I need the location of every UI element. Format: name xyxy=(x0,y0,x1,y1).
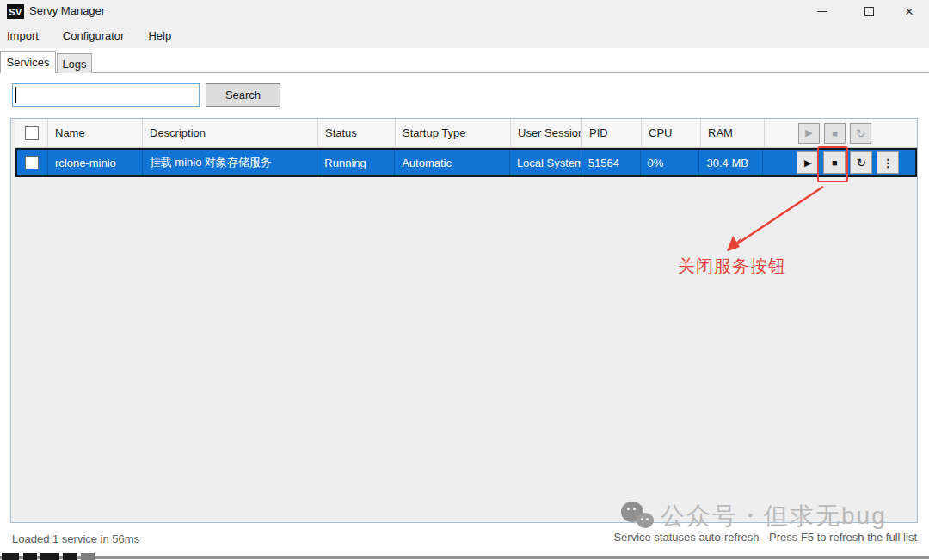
text-caret xyxy=(15,87,16,103)
table-row[interactable]: rclone-minio 挂载 minio 对象存储服务 Running Aut… xyxy=(15,148,917,177)
header-status[interactable]: Status xyxy=(318,119,396,147)
more-options-button[interactable]: ⋮ xyxy=(877,151,899,174)
minimize-button[interactable] xyxy=(803,0,842,23)
app-icon: SV xyxy=(7,4,24,19)
search-button[interactable]: Search xyxy=(206,83,280,107)
menu-import[interactable]: Import xyxy=(7,26,47,46)
select-all-cell xyxy=(15,119,48,147)
select-all-checkbox[interactable] xyxy=(25,126,39,140)
status-refresh-hint: Service statuses auto-refresh - Press F5… xyxy=(613,531,917,544)
cell-cpu: 0% xyxy=(641,150,700,175)
window-title: Servy Manager xyxy=(29,4,105,17)
cut-off-watermark xyxy=(40,553,59,560)
header-pid[interactable]: PID xyxy=(582,119,642,147)
restart-service-button[interactable]: ↻ xyxy=(850,151,872,174)
header-description[interactable]: Description xyxy=(143,119,318,147)
cell-startup-type: Automatic xyxy=(395,150,510,175)
services-grid: Name Description Status Startup Type Use… xyxy=(15,119,917,177)
tab-strip: Services Logs xyxy=(0,48,929,73)
annotation-highlight-rect xyxy=(817,146,848,182)
cell-ram: 30.4 MB xyxy=(699,150,763,175)
cut-off-watermark xyxy=(81,553,95,560)
tab-services[interactable]: Services xyxy=(0,51,56,73)
tab-logs[interactable]: Logs xyxy=(57,53,92,73)
restart-all-button[interactable]: ↻ xyxy=(850,123,871,144)
minimize-icon xyxy=(817,11,827,12)
close-button[interactable]: × xyxy=(889,0,929,23)
title-bar: SV Servy Manager × xyxy=(0,0,929,23)
annotation-label: 关闭服务按钮 xyxy=(678,255,786,278)
header-user-session[interactable]: User Session xyxy=(511,119,582,147)
header-actions: ▶ ■ ↻ xyxy=(765,119,917,147)
menu-configurator[interactable]: Configurator xyxy=(63,26,133,46)
cell-pid: 51564 xyxy=(581,150,641,175)
start-all-button[interactable]: ▶ xyxy=(798,123,820,144)
header-name[interactable]: Name xyxy=(48,119,143,147)
cut-off-watermark xyxy=(2,553,19,560)
header-startup-type[interactable]: Startup Type xyxy=(396,119,511,147)
search-input[interactable] xyxy=(12,83,200,107)
cut-off-watermark xyxy=(23,553,37,560)
cell-status: Running xyxy=(317,150,395,175)
maximize-button[interactable] xyxy=(849,0,889,23)
servy-manager-window: SV Servy Manager × Import Configurator H… xyxy=(0,0,929,560)
stop-all-button[interactable]: ■ xyxy=(824,123,846,144)
cell-name: rclone-minio xyxy=(48,150,143,175)
watermark-text: 公众号・但求无bug xyxy=(661,500,887,532)
maximize-icon xyxy=(864,7,874,16)
status-loaded-text: Loaded 1 service in 56ms xyxy=(12,532,139,545)
cell-user-session: Local System xyxy=(510,150,581,175)
wechat-chat-bubbles-icon xyxy=(619,500,657,532)
menu-help[interactable]: Help xyxy=(148,26,180,46)
table-header-row: Name Description Status Startup Type Use… xyxy=(15,119,917,148)
menu-bar: Import Configurator Help xyxy=(0,23,929,48)
services-table xyxy=(10,118,918,523)
row-select-cell xyxy=(17,150,48,175)
cut-off-watermark xyxy=(63,553,77,560)
start-service-button[interactable]: ▶ xyxy=(797,151,819,174)
row-checkbox[interactable] xyxy=(25,156,39,169)
cell-description: 挂载 minio 对象存储服务 xyxy=(143,150,318,175)
bottom-divider xyxy=(0,556,929,559)
header-ram[interactable]: RAM xyxy=(701,119,765,147)
watermark: 公众号・但求无bug xyxy=(619,500,887,532)
header-cpu[interactable]: CPU xyxy=(642,119,701,147)
